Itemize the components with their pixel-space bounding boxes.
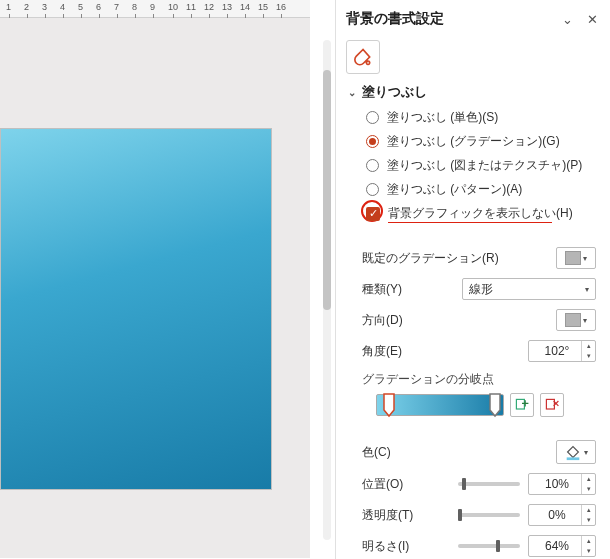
gradient-stop-handle[interactable]: [489, 392, 501, 418]
stop-position-spinner[interactable]: 10% ▴▾: [528, 473, 596, 495]
spinner-value: 10%: [529, 477, 581, 491]
spin-down-icon[interactable]: ▾: [582, 484, 595, 494]
gradient-stop-handle[interactable]: [383, 392, 395, 418]
radio-icon: [366, 183, 379, 196]
stop-brightness-spinner[interactable]: 64% ▴▾: [528, 535, 596, 557]
slide-preview: [0, 128, 272, 490]
fill-pattern-radio[interactable]: 塗りつぶし (パターン)(A): [366, 181, 596, 198]
radio-icon: [366, 159, 379, 172]
ruler-tick: 11: [186, 2, 196, 12]
remove-gradient-stop-button[interactable]: [540, 393, 564, 417]
horizontal-ruler: 12345678910111213141516: [0, 0, 310, 18]
ruler-tick: 10: [168, 2, 178, 12]
slider-thumb[interactable]: [462, 478, 466, 490]
gradient-type-label: 種類(Y): [362, 281, 402, 298]
gradient-stops-label: グラデーションの分岐点: [336, 372, 610, 387]
section-title: 塗りつぶし: [362, 84, 427, 101]
svg-rect-1: [546, 399, 554, 409]
select-value: 線形: [469, 281, 493, 298]
ruler-tick: 2: [24, 2, 29, 12]
ruler-tick: 9: [150, 2, 155, 12]
radio-icon: [366, 135, 379, 148]
ruler-tick: 6: [96, 2, 101, 12]
ruler-tick: 16: [276, 2, 286, 12]
swatch-icon: [565, 313, 581, 327]
checkbox-label: 背景グラフィックを表示しない(H): [388, 205, 573, 222]
panel-title: 背景の書式設定: [346, 10, 444, 28]
caret-down-icon: ▾: [583, 254, 587, 263]
checkbox-icon: [366, 207, 380, 221]
stop-position-slider[interactable]: [458, 482, 520, 486]
radio-label: 塗りつぶし (グラデーション)(G): [387, 133, 560, 150]
gradient-direction-dropdown[interactable]: ▾: [556, 309, 596, 331]
spin-down-icon[interactable]: ▾: [582, 351, 595, 361]
gradient-angle-spinner[interactable]: 102° ▴▾: [528, 340, 596, 362]
stop-brightness-label: 明るさ(I): [362, 538, 409, 555]
ruler-tick: 15: [258, 2, 268, 12]
caret-down-icon: ▾: [584, 448, 588, 457]
scrollbar-thumb[interactable]: [323, 70, 331, 310]
svg-rect-2: [567, 457, 580, 460]
caret-down-icon: ▾: [583, 316, 587, 325]
spinner-value: 0%: [529, 508, 581, 522]
ruler-tick: 4: [60, 2, 65, 12]
ruler-tick: 14: [240, 2, 250, 12]
slider-thumb[interactable]: [496, 540, 500, 552]
panel-scrollbar[interactable]: [323, 40, 331, 540]
gradient-angle-label: 角度(E): [362, 343, 402, 360]
stop-transparency-slider[interactable]: [458, 513, 520, 517]
chevron-down-icon: ⌄: [348, 87, 356, 98]
fill-tab-icon[interactable]: [346, 40, 380, 74]
fill-type-radio-group: 塗りつぶし (単色)(S) 塗りつぶし (グラデーション)(G) 塗りつぶし (…: [348, 109, 596, 222]
spinner-value: 102°: [529, 344, 581, 358]
fill-gradient-radio[interactable]: 塗りつぶし (グラデーション)(G): [366, 133, 596, 150]
spin-up-icon[interactable]: ▴: [582, 341, 595, 351]
ruler-tick: 8: [132, 2, 137, 12]
format-background-panel: 背景の書式設定 ⌄ ✕ ⌄ 塗りつぶし 塗りつぶし (単色)(S) 塗りつぶし …: [335, 0, 610, 559]
spin-down-icon[interactable]: ▾: [582, 546, 595, 556]
preset-gradient-label: 既定のグラデーション(R): [362, 250, 499, 267]
fill-picture-radio[interactable]: 塗りつぶし (図またはテクスチャ)(P): [366, 157, 596, 174]
spin-down-icon[interactable]: ▾: [582, 515, 595, 525]
gradient-type-select[interactable]: 線形 ▾: [462, 278, 596, 300]
stop-color-label: 色(C): [362, 444, 391, 461]
stop-position-label: 位置(O): [362, 476, 403, 493]
preset-gradient-dropdown[interactable]: ▾: [556, 247, 596, 269]
stop-transparency-label: 透明度(T): [362, 507, 413, 524]
spinner-value: 64%: [529, 539, 581, 553]
gradient-stops-bar[interactable]: [376, 394, 504, 416]
radio-label: 塗りつぶし (図またはテクスチャ)(P): [387, 157, 582, 174]
ruler-tick: 3: [42, 2, 47, 12]
ruler-tick: 5: [78, 2, 83, 12]
spin-up-icon[interactable]: ▴: [582, 536, 595, 546]
ruler-tick: 12: [204, 2, 214, 12]
ruler-tick: 1: [6, 2, 11, 12]
spin-up-icon[interactable]: ▴: [582, 505, 595, 515]
fill-solid-radio[interactable]: 塗りつぶし (単色)(S): [366, 109, 596, 126]
swatch-icon: [565, 251, 581, 265]
ruler-tick: 7: [114, 2, 119, 12]
panel-options-icon[interactable]: ⌄: [562, 12, 573, 27]
spin-up-icon[interactable]: ▴: [582, 474, 595, 484]
slide-canvas-area: [0, 18, 310, 558]
radio-label: 塗りつぶし (単色)(S): [387, 109, 498, 126]
stop-color-dropdown[interactable]: ▾: [556, 440, 596, 464]
gradient-direction-label: 方向(D): [362, 312, 403, 329]
stop-transparency-spinner[interactable]: 0% ▴▾: [528, 504, 596, 526]
caret-down-icon: ▾: [585, 285, 589, 294]
radio-icon: [366, 111, 379, 124]
stop-brightness-slider[interactable]: [458, 544, 520, 548]
ruler-tick: 13: [222, 2, 232, 12]
slider-thumb[interactable]: [458, 509, 462, 521]
hide-bg-graphics-checkbox[interactable]: 背景グラフィックを表示しない(H): [366, 205, 596, 222]
radio-label: 塗りつぶし (パターン)(A): [387, 181, 522, 198]
svg-rect-0: [516, 399, 524, 409]
close-icon[interactable]: ✕: [587, 12, 598, 27]
fill-section-header[interactable]: ⌄ 塗りつぶし: [348, 84, 596, 101]
add-gradient-stop-button[interactable]: [510, 393, 534, 417]
paint-bucket-icon: [564, 443, 582, 461]
